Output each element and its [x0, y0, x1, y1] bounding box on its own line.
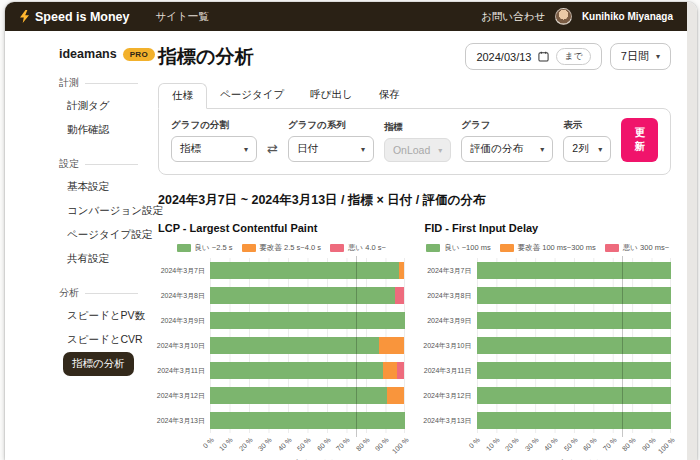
bar-segment [210, 312, 405, 329]
reference-line [356, 256, 357, 437]
sidebar-item-operation-check[interactable]: 動作確認 [67, 118, 138, 142]
sidebar-item-speed-cvr[interactable]: スピードとCVR [67, 328, 138, 352]
stacked-bar [210, 337, 405, 354]
display-select[interactable]: 2列 ▾ [563, 136, 611, 162]
x-tick-label: 30 % [257, 436, 273, 452]
stacked-bar [477, 312, 672, 329]
y-tick-label: 2024年3月8日 [425, 283, 477, 308]
bar-row [210, 308, 405, 333]
x-tick-label: 100 % [657, 436, 676, 455]
x-tick-label: 50 % [296, 436, 312, 452]
graph-select[interactable]: 評価の分布 ▾ [461, 136, 553, 162]
x-tick-label: 100 % [390, 436, 409, 455]
bar-segment [477, 312, 672, 329]
sidebar-item-conversion-settings[interactable]: コンバージョン設定 [67, 199, 138, 223]
user-avatar[interactable] [555, 8, 572, 25]
legend-item[interactable]: 悪い 300 ms~ [605, 243, 669, 253]
x-tick-label: 60 % [582, 436, 598, 452]
x-tick-label: 30 % [524, 436, 540, 452]
lightning-bolt-icon [19, 10, 30, 23]
y-tick-label: 2024年3月12日 [425, 383, 477, 408]
legend-item[interactable]: 良い ~100 ms [426, 243, 490, 253]
bar-row [477, 258, 672, 283]
date-picker[interactable]: 2024/03/13 まで [465, 43, 601, 70]
bar-row [477, 383, 672, 408]
x-tick-label: 80 % [621, 436, 637, 452]
x-tick-label: 20 % [238, 436, 254, 452]
x-tick-label: 80 % [354, 436, 370, 452]
filter-panel: グラフの分割 指標 ▾ ⇄ グラフの系列 日付 ▾ [158, 108, 671, 175]
legend-swatch [500, 244, 514, 252]
y-axis-labels: 2024年3月7日2024年3月8日2024年3月9日2024年3月10日202… [425, 258, 477, 433]
stacked-bar [210, 287, 405, 304]
sidebar-brand-name: ideamans [59, 47, 117, 61]
sidebar: ideamans PRO 計測 計測タグ 動作確認 設定 基本設定 コンバージョ… [5, 31, 146, 460]
display-select-value: 2列 [572, 142, 588, 156]
bar-row [477, 283, 672, 308]
x-tick-label: 10 % [218, 436, 234, 452]
x-tick-label: 50 % [562, 436, 578, 452]
x-tick-label: 20 % [504, 436, 520, 452]
split-label: グラフの分割 [171, 119, 257, 132]
range-select[interactable]: 7日間 ▾ [610, 43, 671, 70]
y-tick-label: 2024年3月12日 [158, 383, 210, 408]
metric-label: 指標 [384, 121, 451, 134]
legend-item[interactable]: 要改善 100 ms~300 ms [500, 243, 596, 253]
nav-site-list[interactable]: サイト一覧 [155, 10, 208, 24]
app-title: Speed is Money [35, 10, 129, 24]
y-tick-label: 2024年3月13日 [158, 408, 210, 433]
bar-segment [477, 362, 672, 379]
legend-label: 悪い 300 ms~ [623, 243, 669, 253]
tab-save[interactable]: 保存 [366, 83, 413, 108]
stacked-bar [210, 362, 405, 379]
legend-item[interactable]: 良い ~2.5 s [177, 243, 233, 253]
until-label: まで [556, 48, 590, 65]
bar-segment [477, 337, 672, 354]
tab-bar: 仕様 ページタイプ 呼び出し 保存 [158, 83, 671, 108]
stacked-bar [210, 387, 405, 404]
date-input[interactable]: 2024/03/13 [476, 51, 531, 63]
y-tick-label: 2024年3月9日 [158, 308, 210, 333]
sidebar-item-share-settings[interactable]: 共有設定 [67, 247, 138, 271]
sidebar-item-metric-analysis[interactable]: 指標の分析 [63, 352, 134, 376]
bar-row [210, 408, 405, 433]
sidebar-section-title: 計測 [59, 76, 138, 90]
graph-label: グラフ [461, 119, 553, 132]
calendar-icon[interactable] [538, 51, 549, 62]
legend-item[interactable]: 要改善 2.5 s~4.0 s [242, 243, 321, 253]
charts-grid: LCP - Largest Contentful Paint 良い ~2.5 s… [158, 222, 671, 460]
bar-segment [210, 262, 399, 279]
reference-line [622, 256, 623, 437]
bar-segment [397, 362, 405, 379]
lcp-chart: LCP - Largest Contentful Paint 良い ~2.5 s… [158, 222, 405, 460]
sidebar-section-title: 設定 [59, 157, 138, 171]
series-select[interactable]: 日付 ▾ [288, 136, 374, 162]
metric-select-value: OnLoad [393, 144, 430, 156]
update-button[interactable]: 更新 [621, 118, 658, 162]
legend-item[interactable]: 悪い 4.0 s~ [330, 243, 386, 253]
split-select-value: 指標 [180, 142, 201, 156]
split-select[interactable]: 指標 ▾ [171, 136, 257, 162]
contact-link[interactable]: お問い合わせ [481, 10, 545, 24]
stacked-bar [210, 262, 405, 279]
user-name[interactable]: Kunihiko Miyanaga [582, 11, 673, 22]
bar-row [210, 258, 405, 283]
stacked-bar [477, 387, 672, 404]
tab-pagetype[interactable]: ページタイプ [207, 83, 297, 108]
chevron-down-icon: ▾ [540, 145, 544, 154]
sidebar-item-measure-tag[interactable]: 計測タグ [67, 94, 138, 118]
sidebar-item-speed-pv[interactable]: スピードとPV数 [67, 304, 138, 328]
plot-rows [477, 258, 672, 433]
bar-segment [379, 337, 404, 354]
sidebar-item-basic-settings[interactable]: 基本設定 [67, 175, 138, 199]
bar-segment [477, 387, 672, 404]
stacked-bar [477, 337, 672, 354]
sidebar-item-pagetype-settings[interactable]: ページタイプ設定 [67, 223, 138, 247]
tab-recall[interactable]: 呼び出し [297, 83, 366, 108]
bar-row [210, 383, 405, 408]
sidebar-brand: ideamans PRO [59, 47, 138, 61]
vertical-scrollbar[interactable] [687, 2, 697, 460]
tab-spec[interactable]: 仕様 [158, 83, 207, 109]
swap-axes-icon[interactable]: ⇄ [267, 141, 278, 162]
legend-label: 良い ~2.5 s [195, 243, 233, 253]
